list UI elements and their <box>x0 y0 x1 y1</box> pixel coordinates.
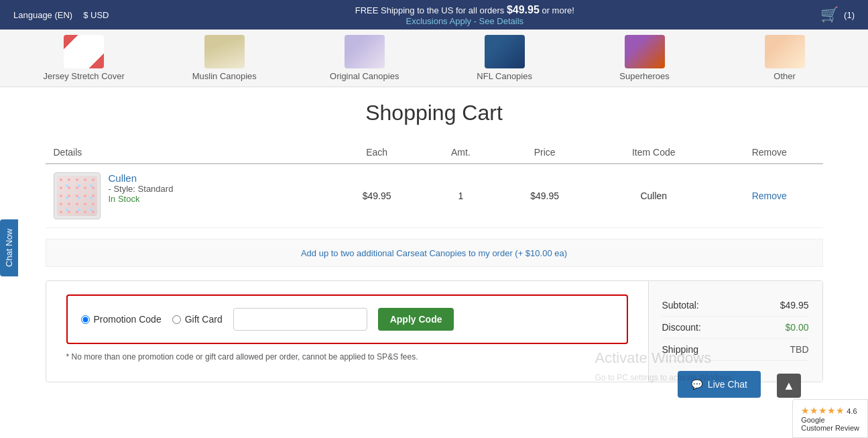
add-more-link[interactable]: Add up to two additional Carseat Canopie… <box>301 248 567 258</box>
discount-label: Discount: <box>662 322 701 333</box>
promotion-code-radio[interactable] <box>81 315 90 324</box>
live-chat-button[interactable]: 💬 Live Chat <box>678 371 761 396</box>
apply-code-button[interactable]: Apply Code <box>378 308 454 331</box>
language-selector[interactable]: Language (EN) <box>13 10 72 20</box>
shipping-value: TBD <box>790 344 809 355</box>
table-row: Cullen - Style: Standard In Stock $49.95… <box>46 164 823 228</box>
nav-item-muslin-canopies[interactable]: Muslin Canopies <box>184 35 265 81</box>
free-shipping-text: FREE Shipping to the US for all orders <box>355 5 505 15</box>
col-price: Price <box>498 142 592 164</box>
free-shipping-price: $49.95 <box>507 4 540 15</box>
product-total-price: $49.95 <box>498 164 592 228</box>
promo-note: * No more than one promotion code or gif… <box>66 352 628 362</box>
nav-label-other: Other <box>773 71 796 81</box>
promo-left: Promotion Code Gift Card Apply Code * No… <box>46 281 648 382</box>
gift-card-label: Gift Card <box>185 314 223 325</box>
product-details-cell: Cullen - Style: Standard In Stock <box>46 164 330 228</box>
promo-summary-section: Promotion Code Gift Card Apply Code * No… <box>46 280 823 382</box>
col-remove: Remove <box>716 142 822 164</box>
free-shipping-suffix: or more! <box>542 5 574 15</box>
discount-value: $0.00 <box>785 322 808 333</box>
product-amount: 1 <box>424 164 498 228</box>
shipping-row: Shipping TBD <box>662 339 809 361</box>
chevron-up-icon: ▲ <box>783 379 795 393</box>
product-name-link[interactable]: Cullen <box>109 172 137 184</box>
cart-count: (1) <box>844 10 855 20</box>
product-style: - Style: Standard <box>109 184 174 194</box>
product-info: Cullen - Style: Standard In Stock <box>109 172 174 204</box>
stock-status: In Stock <box>109 194 174 204</box>
chat-now-sidebar[interactable]: Chat Now <box>0 219 18 276</box>
shipping-label: Shipping <box>662 344 699 355</box>
promo-box: Promotion Code Gift Card Apply Code <box>66 294 628 344</box>
chat-bubble-icon: 💬 <box>691 379 702 390</box>
product-image-inner <box>57 176 97 216</box>
style-value: Standard <box>138 184 174 194</box>
subtotal-value: $49.95 <box>780 300 809 311</box>
subtotal-row: Subtotal: $49.95 <box>662 294 809 317</box>
nav-item-superheroes[interactable]: Superheroes <box>605 35 685 81</box>
main-content: Shopping Cart Details Each Amt. Price It… <box>32 87 836 396</box>
page-title: Shopping Cart <box>46 101 823 125</box>
discount-row: Discount: $0.00 <box>662 317 809 339</box>
product-each-price: $49.95 <box>330 164 424 228</box>
top-bar-right: 🛒 (1) <box>820 6 855 23</box>
promo-code-input[interactable] <box>233 308 367 331</box>
col-amt: Amt. <box>424 142 498 164</box>
currency-selector[interactable]: $ USD <box>83 10 109 20</box>
nav-img-other <box>765 35 805 68</box>
remove-button[interactable]: Remove <box>752 190 787 201</box>
scroll-to-top-button[interactable]: ▲ <box>777 374 801 396</box>
nav-item-other[interactable]: Other <box>745 35 825 81</box>
product-image <box>54 172 101 219</box>
live-chat-label: Live Chat <box>708 379 747 390</box>
exclusions-link[interactable]: Exclusions Apply - See Details <box>406 16 523 26</box>
promotion-code-radio-label[interactable]: Promotion Code <box>81 314 162 325</box>
nav-item-original-canopies[interactable]: Original Canopies <box>324 35 405 81</box>
nav-label-superheroes: Superheroes <box>619 71 669 81</box>
subtotal-label: Subtotal: <box>662 300 699 311</box>
product-dots-pattern <box>57 176 97 216</box>
cart-table: Details Each Amt. Price Item Code Remove <box>46 142 823 228</box>
col-item-code: Item Code <box>592 142 716 164</box>
nav-img-nfl <box>485 35 525 68</box>
nav-img-muslin <box>204 35 245 68</box>
order-summary: Subtotal: $49.95 Discount: $0.00 Shippin… <box>648 281 822 382</box>
style-prefix: - Style: <box>109 184 135 194</box>
nav-label-jersey: Jersey Stretch Cover <box>43 71 124 81</box>
add-more-bar: Add up to two additional Carseat Canopie… <box>46 239 823 267</box>
product-remove-cell: Remove <box>716 164 822 228</box>
gift-card-radio-label[interactable]: Gift Card <box>172 314 223 325</box>
nav-item-nfl-canopies[interactable]: NFL Canopies <box>464 35 545 81</box>
top-bar-center: FREE Shipping to the US for all orders $… <box>109 4 820 26</box>
gift-card-radio[interactable] <box>172 315 181 324</box>
nav-label-original: Original Canopies <box>330 71 399 81</box>
nav-bar: Jersey Stretch Cover Muslin Canopies Ori… <box>0 30 868 87</box>
nav-img-jersey <box>64 35 104 68</box>
top-bar-left: Language (EN) $ USD <box>13 10 109 20</box>
cart-icon[interactable]: 🛒 <box>820 6 839 23</box>
promotion-code-label: Promotion Code <box>94 314 162 325</box>
nav-img-super <box>625 35 665 68</box>
col-each: Each <box>330 142 424 164</box>
nav-item-jersey-stretch-cover[interactable]: Jersey Stretch Cover <box>43 35 124 81</box>
nav-img-original <box>345 35 385 68</box>
nav-label-nfl: NFL Canopies <box>477 71 532 81</box>
col-details: Details <box>46 142 330 164</box>
product-item-code: Cullen <box>592 164 716 228</box>
top-bar: Language (EN) $ USD FREE Shipping to the… <box>0 0 868 30</box>
nav-label-muslin: Muslin Canopies <box>192 71 257 81</box>
